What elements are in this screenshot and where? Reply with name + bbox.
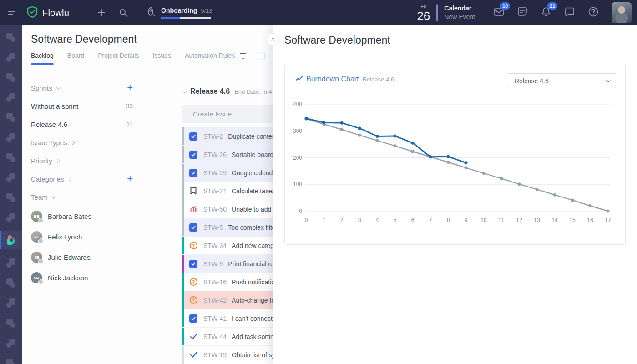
- tab-project-details[interactable]: Project Details: [98, 52, 139, 65]
- issue-type-bar: [182, 200, 184, 218]
- sprint-label: Without a sprint: [31, 102, 78, 110]
- team-member-julie-edwards[interactable]: JEJulie Edwards: [31, 247, 133, 268]
- agile-projects-icon[interactable]: [0, 231, 22, 249]
- app-icon: [6, 172, 16, 182]
- panel-title: Software Development: [284, 34, 390, 46]
- svg-text:5: 5: [394, 217, 397, 223]
- issue-key: STW-29: [203, 169, 227, 177]
- svg-text:12: 12: [516, 217, 522, 223]
- rail-app-icon[interactable]: [3, 111, 19, 124]
- app-icon: [6, 32, 16, 42]
- notifications-button[interactable]: 21: [540, 6, 552, 20]
- app-icon: [6, 132, 16, 142]
- app-icon: [6, 318, 16, 328]
- team-member-barbara-bates[interactable]: BBBarbara Bates: [31, 206, 133, 227]
- onboarding-label: Onboarding: [161, 7, 197, 14]
- chevron-right-icon: [70, 140, 75, 145]
- ideal-data-point: [447, 161, 450, 164]
- brand-logo[interactable]: Flowlu: [26, 6, 69, 20]
- chat-icon: [564, 11, 576, 19]
- issue-key: STW-16: [203, 278, 227, 286]
- filter-label: Priority: [31, 157, 52, 165]
- rail-app-icon[interactable]: [3, 357, 19, 364]
- tab-issues[interactable]: Issues: [152, 52, 171, 65]
- actual-data-point: [465, 161, 468, 164]
- svg-text:2: 2: [340, 217, 344, 223]
- issue-key: STW-26: [203, 151, 227, 158]
- ideal-data-point: [394, 144, 397, 147]
- sprint-label: Release 4.6: [31, 121, 67, 128]
- ideal-data-point: [376, 139, 379, 142]
- add-category-button[interactable]: +: [127, 174, 133, 184]
- rail-app-icon[interactable]: [3, 211, 19, 224]
- question-icon: ?: [190, 278, 197, 286]
- today-date[interactable]: Fri 26: [417, 4, 430, 22]
- notes-button[interactable]: [516, 6, 528, 20]
- rail-app-icon[interactable]: [3, 51, 19, 64]
- sprint-count: 39: [126, 102, 133, 110]
- onboarding-widget[interactable]: Onboarding 5/13: [145, 6, 212, 20]
- member-avatar: NJ: [31, 272, 42, 283]
- sidebar-sprint-release-4.6[interactable]: Release 4.611: [31, 115, 133, 133]
- actual-data-point: [358, 126, 361, 130]
- rail-app-icon[interactable]: [3, 71, 19, 84]
- rail-app-icon[interactable]: [3, 91, 19, 104]
- help-button[interactable]: [587, 6, 599, 20]
- hamburger-menu-icon[interactable]: [8, 9, 19, 16]
- member-name: Barbara Bates: [48, 212, 91, 220]
- top-bar: Flowlu Onboarding 5/13 Fri 26 Calendar N…: [0, 0, 637, 25]
- add-sprint-button[interactable]: +: [127, 83, 133, 93]
- close-icon: ×: [271, 36, 275, 43]
- rail-app-icon[interactable]: [3, 31, 19, 44]
- toolbar-checkbox[interactable]: [257, 52, 265, 60]
- actual-data-point: [323, 121, 326, 124]
- actual-data-point: [340, 121, 344, 125]
- member-avatar: BB: [31, 211, 42, 222]
- team-member-nick-jackson[interactable]: NJNick Jackson: [31, 268, 133, 288]
- rail-app-icon[interactable]: [3, 337, 19, 349]
- actual-data-point: [429, 155, 432, 158]
- rail-app-icon[interactable]: [3, 151, 19, 164]
- sidebar-section-sprints[interactable]: Sprints+: [31, 79, 133, 97]
- calendar-shortcut[interactable]: Calendar New Event: [444, 4, 475, 21]
- rail-app-icon[interactable]: [3, 257, 19, 269]
- tab-board[interactable]: Board: [67, 52, 84, 65]
- ideal-data-point: [411, 150, 415, 153]
- burndown-chart-card: Burndown Chart Release 4.6 Release 4.6 0…: [284, 64, 626, 245]
- day-number: 26: [417, 10, 430, 22]
- done-check-icon: [190, 351, 197, 358]
- actual-data-point: [447, 155, 450, 158]
- filter-icon[interactable]: [239, 53, 247, 59]
- team-label: Team: [31, 193, 48, 201]
- task-checkbox-icon: [189, 169, 197, 177]
- search-icon[interactable]: [118, 8, 128, 18]
- issue-key: STW-2: [203, 133, 223, 140]
- rail-app-icon[interactable]: [3, 191, 19, 204]
- issue-title: Add task sorting: [232, 333, 277, 340]
- close-panel-button[interactable]: ×: [267, 33, 279, 46]
- sidebar-section-team[interactable]: Team: [31, 188, 133, 206]
- team-member-felix-lynch[interactable]: FLFelix Lynch: [31, 227, 133, 247]
- rail-app-icon[interactable]: [3, 317, 19, 329]
- app-icon: [6, 152, 16, 162]
- rail-app-icon[interactable]: [3, 171, 19, 184]
- tab-backlog[interactable]: Backlog: [31, 52, 54, 65]
- create-plus-icon[interactable]: [96, 8, 106, 18]
- sidebar-filter-issue-types[interactable]: Issue Types: [31, 133, 133, 152]
- filter-label: Issue Types: [31, 139, 67, 147]
- app-icon: [6, 258, 16, 268]
- question-icon: ?: [190, 296, 197, 304]
- tab-automation-rules[interactable]: Automation Rules: [185, 52, 235, 65]
- issue-type-bar: [182, 164, 184, 182]
- rail-app-icon[interactable]: [3, 277, 19, 289]
- sidebar-sprint-without-a-sprint[interactable]: Without a sprint39: [31, 97, 133, 115]
- svg-text:15: 15: [569, 217, 576, 223]
- sidebar-filter-categories[interactable]: Categories+: [31, 170, 133, 188]
- user-avatar[interactable]: [612, 2, 632, 23]
- chat-button[interactable]: [564, 6, 576, 20]
- rail-app-icon[interactable]: [3, 297, 19, 309]
- sidebar-filter-priority[interactable]: Priority: [31, 152, 133, 170]
- rail-app-icon[interactable]: [3, 131, 19, 144]
- ideal-data-point: [553, 193, 556, 197]
- mail-button[interactable]: 10: [493, 6, 505, 20]
